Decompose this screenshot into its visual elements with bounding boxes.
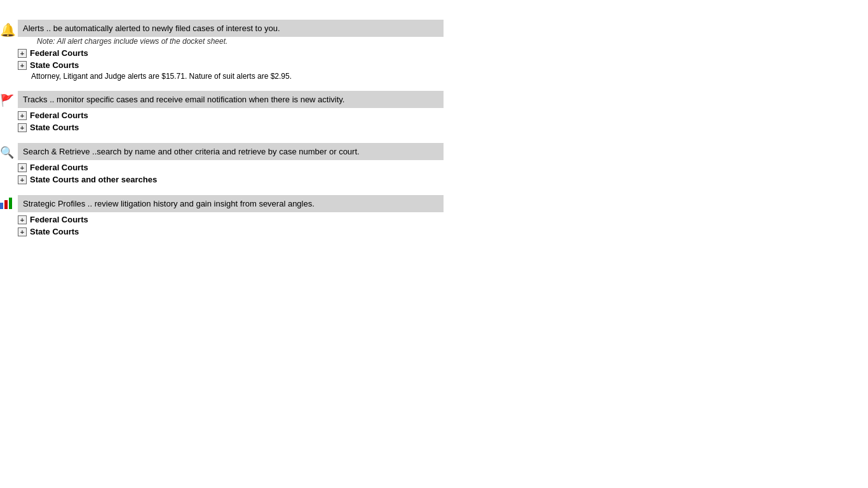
section-header-tracks: Tracks .. monitor specific cases and rec… [18,91,444,108]
expand-icon-alerts-1[interactable]: + [18,61,27,70]
expand-item-search-1[interactable]: +State Courts and other searches [18,175,868,184]
top-bar [0,0,868,20]
expand-icon-alerts-0[interactable]: + [18,49,27,58]
expand-label-alerts-0: Federal Courts [30,48,88,58]
search-icon: 🔍 [0,146,14,159]
section-search: 🔍Search & Retrieve ..search by name and … [0,143,868,186]
section-strategic: Strategic Profiles .. review litigation … [0,195,868,238]
chart-icon [0,198,12,209]
section-header-strategic: Strategic Profiles .. review litigation … [18,195,444,212]
expand-icon-tracks-0[interactable]: + [18,111,27,120]
sub-note-alerts-1: Attorney, Litigant and Judge alerts are … [30,72,868,81]
section-alerts: 🔔Alerts .. be automatically alerted to n… [0,20,868,82]
expand-icon-search-0[interactable]: + [18,163,27,172]
expand-item-tracks-1[interactable]: +State Courts [18,123,868,132]
expand-item-alerts-0[interactable]: +Federal Courts [18,48,868,58]
expand-label-tracks-1: State Courts [30,123,79,132]
expand-label-strategic-1: State Courts [30,227,79,236]
expand-item-strategic-1[interactable]: +State Courts [18,227,868,236]
expand-item-alerts-1[interactable]: +State Courts [18,60,868,70]
expand-item-search-0[interactable]: +Federal Courts [18,163,868,172]
flag-icon: 🚩 [0,94,14,107]
expand-icon-tracks-1[interactable]: + [18,123,27,132]
section-header-alerts: Alerts .. be automatically alerted to ne… [18,20,444,37]
expand-icon-search-1[interactable]: + [18,175,27,184]
expand-icon-strategic-0[interactable]: + [18,215,27,224]
section-tracks: 🚩Tracks .. monitor specific cases and re… [0,91,868,134]
section-header-search: Search & Retrieve ..search by name and o… [18,143,444,160]
expand-label-search-1: State Courts and other searches [30,175,157,184]
expand-label-search-0: Federal Courts [30,163,88,172]
expand-label-tracks-0: Federal Courts [30,111,88,120]
expand-label-alerts-1: State Courts [30,60,79,70]
bell-icon: 🔔 [0,23,16,37]
section-note-alerts: Note: All alert charges include views of… [18,37,868,46]
expand-item-strategic-0[interactable]: +Federal Courts [18,215,868,224]
expand-item-tracks-0[interactable]: +Federal Courts [18,111,868,120]
expand-icon-strategic-1[interactable]: + [18,227,27,236]
expand-label-strategic-0: Federal Courts [30,215,88,224]
